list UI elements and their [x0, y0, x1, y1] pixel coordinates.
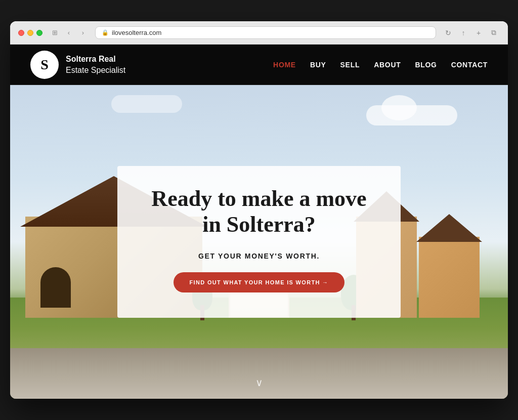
logo-text: Solterra Real Estate Specialist	[66, 54, 125, 75]
nav-sell[interactable]: SELL	[340, 61, 360, 69]
browser-actions: ↻ ↑ + ⧉	[442, 27, 500, 39]
scroll-indicator[interactable]: ∨	[255, 376, 263, 389]
nav-about[interactable]: ABOUT	[374, 61, 401, 69]
forward-button[interactable]: ›	[77, 27, 89, 39]
site-nav: HOME BUY SELL ABOUT BLOG CONTACT	[273, 61, 488, 69]
window-grid-icon[interactable]: ⊞	[49, 27, 61, 39]
copy-button[interactable]: ⧉	[488, 27, 500, 39]
hero-overlay: Ready to make a move in Solterra? GET YO…	[117, 166, 401, 317]
house-arch-entrance	[40, 267, 71, 308]
website-content: S Solterra Real Estate Specialist HOME B…	[10, 45, 508, 399]
lock-icon: 🔒	[102, 29, 109, 36]
hero-subtitle: GET YOUR MONEY'S WORTH.	[148, 252, 370, 260]
hero-card: Ready to make a move in Solterra? GET YO…	[117, 166, 401, 317]
house-right-2	[419, 237, 480, 318]
logo-circle: S	[30, 51, 59, 79]
url-bar[interactable]: 🔒 ilovesolterra.com	[95, 26, 436, 39]
logo-line1: Solterra Real	[66, 55, 116, 63]
browser-chrome: ⊞ ‹ › 🔒 ilovesolterra.com ↻ ↑ + ⧉	[10, 21, 508, 45]
close-button[interactable]	[18, 30, 24, 36]
nav-home[interactable]: HOME	[273, 61, 296, 69]
traffic-lights	[18, 30, 42, 36]
new-tab-button[interactable]: +	[472, 27, 485, 39]
logo-line2: Estate Specialist	[66, 66, 125, 74]
hero-road	[10, 348, 508, 399]
hero-section: Ready to make a move in Solterra? GET YO…	[10, 85, 508, 399]
browser-window: ⊞ ‹ › 🔒 ilovesolterra.com ↻ ↑ + ⧉ S Solt…	[10, 21, 508, 399]
site-header: S Solterra Real Estate Specialist HOME B…	[10, 45, 508, 85]
share-button[interactable]: ↑	[457, 27, 469, 39]
nav-contact[interactable]: CONTACT	[451, 61, 488, 69]
url-text: ilovesolterra.com	[112, 29, 161, 36]
back-button[interactable]: ‹	[63, 27, 75, 39]
browser-controls: ⊞ ‹ ›	[49, 27, 89, 39]
minimize-button[interactable]	[27, 30, 33, 36]
cloud-1	[366, 105, 457, 125]
reload-button[interactable]: ↻	[442, 27, 454, 39]
maximize-button[interactable]	[36, 30, 42, 36]
hero-title: Ready to make a move in Solterra?	[148, 186, 370, 237]
cloud-2	[111, 95, 182, 113]
nav-buy[interactable]: BUY	[310, 61, 326, 69]
hero-cta-button[interactable]: FIND OUT WHAT YOUR HOME IS WORTH →	[174, 272, 345, 292]
logo-area: S Solterra Real Estate Specialist	[30, 51, 125, 79]
nav-blog[interactable]: BLOG	[415, 61, 437, 69]
